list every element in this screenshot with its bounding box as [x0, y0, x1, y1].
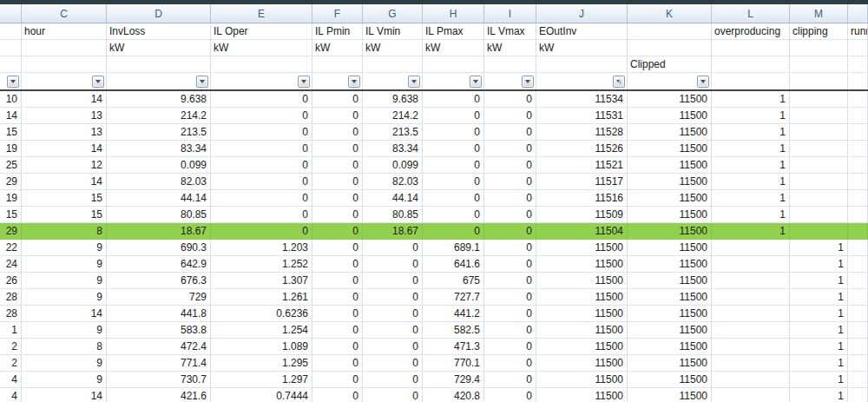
cell[interactable]: 582.5: [423, 322, 484, 339]
cell[interactable]: 0: [363, 388, 423, 402]
cell[interactable]: 729.4: [423, 372, 484, 388]
cell[interactable]: [848, 240, 868, 256]
cell[interactable]: 0.7444: [211, 388, 312, 402]
cell[interactable]: IL Vmin: [363, 23, 423, 40]
column-header[interactable]: G: [363, 4, 423, 23]
cell[interactable]: 0: [484, 157, 536, 174]
filter-dropdown-button[interactable]: ▪↓: [613, 76, 625, 88]
cell[interactable]: 0: [484, 339, 536, 355]
cell[interactable]: 14: [22, 141, 107, 157]
cell[interactable]: kW: [107, 40, 211, 56]
cell[interactable]: [848, 56, 868, 73]
cell[interactable]: 28: [0, 306, 22, 322]
cell[interactable]: 15: [0, 124, 22, 141]
cell[interactable]: 10: [0, 91, 22, 108]
cell[interactable]: 0: [484, 108, 536, 124]
cell[interactable]: 11500: [628, 256, 712, 273]
cell[interactable]: 0: [312, 355, 363, 372]
cell[interactable]: 11500: [628, 306, 712, 322]
cell[interactable]: [848, 355, 868, 372]
cell[interactable]: [790, 223, 848, 240]
cell[interactable]: IL Pmax: [423, 23, 484, 40]
cell[interactable]: [423, 56, 484, 73]
column-header[interactable]: I: [484, 4, 536, 23]
cell[interactable]: 213.5: [107, 124, 211, 141]
cell[interactable]: 28: [0, 289, 22, 306]
filter-dropdown-button[interactable]: [348, 76, 360, 88]
cell[interactable]: 1: [712, 223, 790, 240]
cell[interactable]: [848, 339, 868, 355]
cell[interactable]: runn: [848, 23, 868, 40]
column-header[interactable]: C: [22, 4, 107, 23]
cell[interactable]: [712, 339, 790, 355]
cell[interactable]: [628, 40, 712, 56]
filter-dropdown-button[interactable]: [522, 76, 534, 88]
cell[interactable]: 11500: [536, 289, 628, 306]
cell[interactable]: 11500: [628, 141, 712, 157]
cell[interactable]: 2: [0, 355, 22, 372]
cell[interactable]: 1.252: [211, 256, 312, 273]
cell[interactable]: [423, 73, 484, 89]
cell[interactable]: 1: [0, 322, 22, 339]
cell[interactable]: [712, 240, 790, 256]
cell[interactable]: [22, 73, 107, 89]
cell[interactable]: 1.254: [211, 322, 312, 339]
cell[interactable]: 0: [312, 273, 363, 289]
cell[interactable]: 1.261: [211, 289, 312, 306]
cell[interactable]: 11500: [536, 322, 628, 339]
cell[interactable]: 0: [484, 322, 536, 339]
cell[interactable]: [211, 73, 312, 89]
cell[interactable]: 14: [22, 388, 107, 402]
cell[interactable]: 14: [22, 174, 107, 190]
cell[interactable]: 11531: [536, 108, 628, 124]
cell[interactable]: 213.5: [363, 124, 423, 141]
cell[interactable]: 11500: [628, 174, 712, 190]
cell[interactable]: 0: [423, 141, 484, 157]
cell[interactable]: 0: [484, 355, 536, 372]
cell[interactable]: 15: [22, 207, 107, 223]
cell[interactable]: 29: [0, 223, 22, 240]
cell[interactable]: 11516: [536, 190, 628, 207]
column-header[interactable]: [0, 4, 22, 23]
cell[interactable]: 771.4: [107, 355, 211, 372]
cell[interactable]: 0.099: [107, 157, 211, 174]
cell[interactable]: 11500: [536, 355, 628, 372]
cell[interactable]: 9.638: [107, 91, 211, 108]
cell[interactable]: 0: [484, 190, 536, 207]
filter-dropdown-button[interactable]: [470, 76, 482, 88]
cell[interactable]: 11500: [628, 190, 712, 207]
cell[interactable]: 8: [22, 223, 107, 240]
cell[interactable]: 214.2: [363, 108, 423, 124]
cell[interactable]: [363, 73, 423, 89]
cell[interactable]: 0: [363, 322, 423, 339]
column-header[interactable]: H: [423, 4, 484, 23]
cell[interactable]: 0: [484, 388, 536, 402]
cell[interactable]: 0: [363, 240, 423, 256]
cell[interactable]: 0: [312, 388, 363, 402]
cell[interactable]: 8: [22, 339, 107, 355]
cell[interactable]: [848, 124, 868, 141]
cell[interactable]: 1: [712, 207, 790, 223]
cell[interactable]: 11500: [628, 273, 712, 289]
cell[interactable]: [790, 56, 848, 73]
cell[interactable]: [712, 40, 790, 56]
filter-dropdown-button[interactable]: [7, 76, 19, 88]
cell[interactable]: [848, 40, 868, 56]
cell[interactable]: 642.9: [107, 256, 211, 273]
cell[interactable]: 0: [211, 174, 312, 190]
cell[interactable]: 11500: [628, 207, 712, 223]
cell[interactable]: 1.307: [211, 273, 312, 289]
cell[interactable]: [790, 108, 848, 124]
cell[interactable]: [848, 141, 868, 157]
cell[interactable]: [0, 73, 22, 89]
cell[interactable]: 11500: [628, 289, 712, 306]
column-header[interactable]: M: [790, 4, 848, 23]
cell[interactable]: 0: [363, 339, 423, 355]
cell[interactable]: 19: [0, 141, 22, 157]
cell[interactable]: 0: [423, 207, 484, 223]
cell[interactable]: 0: [312, 322, 363, 339]
cell[interactable]: [484, 56, 536, 73]
cell[interactable]: 472.4: [107, 339, 211, 355]
cell[interactable]: 676.3: [107, 273, 211, 289]
cell[interactable]: [211, 56, 312, 73]
